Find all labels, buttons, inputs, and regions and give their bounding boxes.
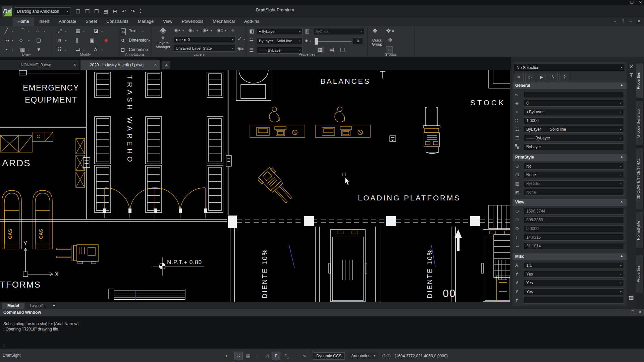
pattern-tool-icon[interactable] <box>76 28 80 34</box>
point-tool-icon[interactable] <box>36 28 40 34</box>
command-float-icon[interactable] <box>631 310 634 314</box>
save-button[interactable] <box>103 8 108 14</box>
drawing-canvas[interactable]: EMERGENCY EQUIPMENT ARDS GAS <box>0 70 510 302</box>
maximize-button[interactable] <box>630 0 634 5</box>
palette-close-icon[interactable] <box>627 62 636 70</box>
palette-pin-icon[interactable] <box>627 70 636 79</box>
ortho-toggle[interactable] <box>253 352 262 360</box>
general-section-header[interactable]: General <box>513 82 627 89</box>
tab-view[interactable]: View <box>158 17 177 26</box>
selection-combo[interactable]: No Selection ▾ <box>514 64 625 71</box>
view-section-header[interactable]: View <box>513 199 627 206</box>
create-group-icon[interactable] <box>372 28 378 34</box>
power-trim-icon[interactable] <box>105 38 108 43</box>
annotation-scale-combo[interactable]: Annotation ▾ <box>348 353 378 359</box>
layer-by-entity-icon[interactable] <box>237 46 244 52</box>
transparency-slider-track[interactable] <box>318 41 352 42</box>
line-tool-icon[interactable] <box>5 28 8 34</box>
side-tab-properties-2[interactable]: Properties <box>636 255 643 293</box>
layer-field[interactable]: 0▾ <box>524 100 624 107</box>
layer-lock-icon[interactable] <box>203 27 208 33</box>
text-tool-label[interactable]: Text <box>129 28 137 33</box>
tab-sheet[interactable]: Sheet <box>81 17 102 26</box>
quick-group-label[interactable]: Quick Group <box>369 38 385 46</box>
doc-tab-industry[interactable]: 2020 - Industry A_edit (1).dwg ✕ <box>80 60 160 70</box>
tab-constraints[interactable]: Constraints <box>102 17 133 26</box>
new-doc-tab-button[interactable]: + <box>162 61 170 69</box>
print-button[interactable] <box>113 8 117 14</box>
polyline-tool-icon[interactable] <box>20 28 25 34</box>
lineweight-toggle[interactable] <box>291 352 299 360</box>
redo-button[interactable] <box>131 8 135 14</box>
doc-minimize-icon[interactable] <box>630 19 632 23</box>
chamfer-tool-icon[interactable] <box>94 47 97 52</box>
undo-button[interactable] <box>122 8 126 14</box>
doc-tab-close-icon[interactable]: ✕ <box>154 63 157 67</box>
doc-tab-noname[interactable]: NONAME_0.dwg ✕ <box>0 60 79 70</box>
new-file-button[interactable] <box>76 8 80 14</box>
trim-extend-icon[interactable] <box>76 47 80 52</box>
printstyle-field-1[interactable]: No▾ <box>524 163 624 170</box>
line-color-combo[interactable]: ● ByLayer ▾ <box>257 28 303 35</box>
layer-preview-check-icon[interactable] <box>237 36 242 42</box>
tab-addins[interactable]: Add-Ins <box>239 17 264 26</box>
spline-tool-icon[interactable] <box>5 38 9 43</box>
customize-quick-access-button[interactable] <box>140 8 141 14</box>
hyperlink-field[interactable] <box>524 91 624 98</box>
text-tool-icon[interactable] <box>121 28 126 35</box>
properties-list-icon[interactable] <box>329 47 334 52</box>
ungroup-icon[interactable] <box>386 28 395 34</box>
dimension-tool-icon[interactable] <box>121 38 125 43</box>
side-tab-homebyme[interactable]: HomeByMe <box>636 212 643 249</box>
centerline-tool-icon[interactable] <box>121 47 125 53</box>
transparency-layers-icon[interactable] <box>305 38 308 43</box>
printstyle-section-header[interactable]: PrintStyle <box>513 154 627 161</box>
properties-page-icon[interactable] <box>340 47 345 52</box>
array-tool-icon[interactable] <box>58 47 61 52</box>
quick-select-button[interactable] <box>548 73 558 81</box>
misc-section-header[interactable]: Misc <box>513 253 627 260</box>
side-tab-3dcontentcentral[interactable]: 3D CONTENTCENTRAL <box>636 147 643 210</box>
transparency-value-box[interactable]: 0 <box>353 38 363 44</box>
paint-properties-icon[interactable] <box>249 28 254 34</box>
command-window-header[interactable]: Command Window <box>0 309 644 316</box>
transparency-slider-handle[interactable] <box>315 38 318 45</box>
circle-tool-icon[interactable] <box>5 47 8 52</box>
misc-field-2[interactable]: Yes▾ <box>524 280 624 286</box>
palette-help-button[interactable] <box>559 73 569 81</box>
color-field[interactable]: ● ByLayer▾ <box>524 109 624 115</box>
import-file-button[interactable] <box>94 8 99 14</box>
deselect-button[interactable] <box>525 73 535 81</box>
collapse-ribbon-icon[interactable] <box>613 19 617 23</box>
open-file-button[interactable] <box>85 8 89 14</box>
polar-toggle[interactable] <box>263 352 271 360</box>
dimension-tool-label[interactable]: Dimension <box>129 38 149 43</box>
command-close-icon[interactable] <box>638 310 641 314</box>
side-tab-gcode[interactable]: G-code Generator <box>636 101 643 145</box>
add-layout-button[interactable]: + <box>49 303 58 309</box>
workspace-selector[interactable]: Drafting and Annotation ▾ <box>15 7 70 15</box>
offset-tool-icon[interactable] <box>58 38 62 43</box>
layer-freeze-icon[interactable] <box>189 27 194 34</box>
entity-tracking-icon[interactable] <box>223 352 230 360</box>
centerline-tool-label[interactable]: Centerline <box>129 47 148 52</box>
close-button[interactable] <box>639 0 642 5</box>
grid-toggle[interactable] <box>244 352 252 360</box>
constraint-toggle[interactable] <box>300 352 309 360</box>
side-tab-properties[interactable]: Properties <box>636 63 643 99</box>
fill-tool-icon[interactable] <box>36 47 41 52</box>
tab-insert[interactable]: Insert <box>34 17 54 26</box>
misc-field-3[interactable]: Yes▾ <box>524 288 624 295</box>
minimize-button[interactable] <box>623 0 625 5</box>
edit-group-icon[interactable] <box>388 38 392 43</box>
layer-state-combo[interactable]: Unsaved Layer State ▾ <box>174 45 235 52</box>
command-window-body[interactable]: Substituting [arsimp.shx] for [Arial Nar… <box>0 316 644 349</box>
doc-tab-close-icon[interactable]: ✕ <box>73 63 76 67</box>
tab-powertools[interactable]: Powertools <box>177 17 208 26</box>
erase-tool-icon[interactable] <box>94 28 99 34</box>
misc-field-4[interactable] <box>524 297 624 304</box>
command-prompt[interactable]: : <box>3 343 4 348</box>
select-entities-button[interactable] <box>514 73 524 81</box>
hatch-tool-icon[interactable] <box>20 47 25 52</box>
split-tool-icon[interactable] <box>76 38 78 43</box>
